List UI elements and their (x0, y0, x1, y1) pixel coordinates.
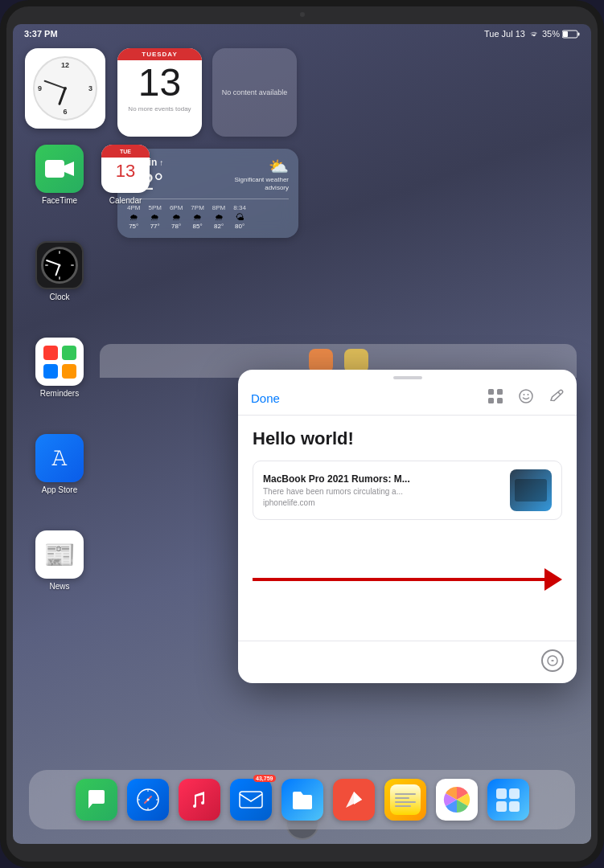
forecast-item-4: 8PM 🌧 82° (212, 204, 225, 230)
calendar-app-header: TUE (101, 145, 150, 158)
news-app[interactable]: 📰 News (27, 530, 92, 591)
forecast-time-3: 7PM (191, 204, 203, 211)
weather-cloud-icon: ⛅ (216, 157, 289, 176)
svg-point-9 (524, 394, 525, 395)
wifi-icon (528, 30, 540, 38)
applib-dot-4 (509, 801, 520, 812)
calendar-app-icon: TUE 13 (101, 145, 150, 193)
forecast-icon-0: 🌧 (129, 212, 138, 222)
clock-num-9: 9 (38, 84, 42, 92)
notes-link-source: iphonelife.com (263, 498, 502, 507)
notes-bottom-bar (238, 641, 577, 683)
clock-num-12: 12 (61, 61, 69, 69)
rem-dot-red (43, 346, 58, 360)
calendar-app[interactable]: TUE 13 Calendar (93, 145, 158, 205)
forecast-temp-1: 77° (150, 223, 160, 230)
notes-link-card[interactable]: MacBook Pro 2021 Rumors: M... There have… (253, 461, 562, 520)
notes-emoji-icon[interactable] (519, 389, 533, 407)
notes-overlay[interactable]: Done (238, 370, 577, 683)
dock-direct[interactable] (333, 779, 375, 821)
status-bar: 3:37 PM Tue Jul 13 35% (13, 24, 591, 43)
clock-widget[interactable]: 12 3 6 9 (25, 48, 105, 129)
svg-rect-5 (497, 389, 503, 395)
news-letter: 📰 (43, 539, 76, 570)
appstore-icon: 𝙰 (35, 434, 84, 482)
applib-grid (490, 782, 526, 818)
forecast-item-2: 6PM 🌧 78° (170, 204, 183, 230)
dock-notes[interactable] (384, 779, 426, 821)
forecast-time-0: 4PM (127, 204, 140, 211)
astute-icon[interactable] (541, 649, 564, 672)
facetime-app[interactable]: FaceTime (27, 145, 92, 205)
ipad-screen: 3:37 PM Tue Jul 13 35% (13, 24, 591, 844)
notes-line-4 (395, 805, 412, 807)
reminders-dots (35, 338, 84, 387)
calendar-app-day: TUE (120, 149, 131, 154)
clock-app-hour-hand (55, 265, 60, 276)
arrow-head (544, 568, 562, 591)
svg-point-8 (520, 390, 532, 403)
reminders-app[interactable]: Reminders (27, 338, 92, 398)
svg-point-10 (528, 394, 529, 395)
calendar-events: No more events today (117, 102, 202, 116)
news-icon: 📰 (35, 530, 84, 579)
forecast-item-5: 8:34 🌤 80° (233, 204, 246, 230)
forecast-time-5: 8:34 (233, 204, 246, 211)
clock-num-6: 6 (63, 108, 67, 116)
reminders-label: Reminders (40, 389, 79, 398)
rem-dot-orange (62, 364, 76, 379)
reminders-icon (35, 338, 84, 386)
dock-mail[interactable]: 43,759 (230, 779, 272, 821)
calendar-date: 13 (117, 60, 202, 102)
dock-music[interactable] (179, 779, 220, 821)
clock-app[interactable]: Clock (27, 241, 92, 301)
svg-rect-6 (488, 398, 494, 403)
forecast-temp-0: 75° (129, 223, 138, 230)
calendar-app-date: 13 (101, 158, 150, 182)
dock-applib[interactable] (487, 779, 529, 821)
empty-widget-text: No content available (216, 82, 294, 103)
clock-marker-3 (71, 264, 74, 266)
facetime-icon (35, 145, 84, 193)
appstore-letter: 𝙰 (51, 445, 68, 472)
notes-link-thumbnail (510, 469, 552, 511)
forecast-temp-4: 82° (214, 223, 224, 230)
notes-compose-icon[interactable] (549, 389, 564, 407)
thumbnail-inner (515, 479, 547, 502)
svg-rect-14 (240, 792, 262, 808)
dock-files[interactable] (281, 779, 323, 821)
forecast-temp-3: 85° (193, 223, 203, 230)
notes-link-info: MacBook Pro 2021 Rumors: M... There have… (263, 473, 502, 507)
clock-app-icon (35, 241, 84, 289)
forecast-icon-2: 🌧 (172, 212, 181, 222)
clock-app-face (41, 247, 78, 284)
dock-safari[interactable] (127, 779, 169, 821)
notes-line-1 (395, 793, 416, 795)
notes-link-description: There have been rumors circulating a... (263, 486, 502, 497)
dock-photos[interactable] (436, 779, 478, 821)
notes-grid-icon[interactable] (488, 389, 503, 407)
forecast-icon-4: 🌧 (215, 212, 224, 222)
applib-dot-1 (496, 788, 507, 799)
dock: 43,759 (29, 770, 575, 829)
facetime-label: FaceTime (42, 196, 77, 205)
clock-center-dot (64, 87, 67, 90)
forecast-time-4: 8PM (212, 204, 225, 211)
svg-rect-1 (578, 32, 580, 35)
notes-link-title: MacBook Pro 2021 Rumors: M... (263, 473, 502, 485)
clock-num-3: 3 (88, 84, 92, 92)
clock-marker-9 (45, 264, 48, 266)
svg-point-13 (146, 799, 149, 801)
notes-toolbar-icons (488, 389, 564, 407)
forecast-icon-5: 🌤 (236, 212, 244, 222)
forecast-item-3: 7PM 🌧 85° (191, 204, 203, 230)
appstore-app[interactable]: 𝙰 App Store (27, 434, 92, 494)
facetime-video-svg (45, 158, 74, 179)
rem-dot-blue (43, 364, 58, 379)
applib-dot-3 (496, 801, 507, 812)
calendar-widget[interactable]: TUESDAY 13 No more events today (117, 48, 202, 137)
notes-done-button[interactable]: Done (251, 391, 280, 405)
appstore-label: App Store (42, 485, 77, 494)
clock-face: 12 3 6 9 (33, 56, 97, 121)
dock-messages[interactable] (76, 779, 117, 821)
